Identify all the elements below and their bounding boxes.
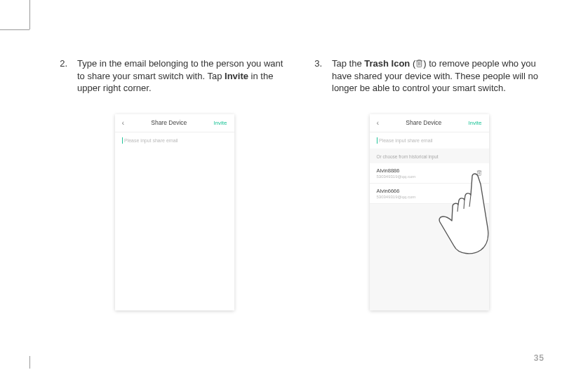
contact-name: Alvin8886: [377, 167, 416, 174]
phone-screenshot-2: ‹ Share Device Invite Please input share…: [370, 114, 489, 310]
column-right: 3. Tap the Trash Icon () to remove peopl…: [312, 57, 546, 310]
step3-text-mid: (: [410, 58, 415, 69]
email-placeholder: Please input share email: [379, 138, 433, 143]
step-text: Tap the Trash Icon () to remove people w…: [332, 57, 546, 95]
contact-row: Alvin8886 530349319@qq.com: [370, 163, 489, 184]
step2-bold: Invite: [225, 71, 248, 81]
back-icon[interactable]: ‹: [122, 118, 125, 127]
contact-email: 530349319@qq.com: [377, 174, 416, 179]
column-left: 2. Type in the email belonging to the pe…: [58, 57, 291, 310]
step-text: Type in the email belonging to the perso…: [77, 57, 291, 95]
invite-button[interactable]: Invite: [213, 120, 227, 126]
step3-bold: Trash Icon: [364, 58, 410, 69]
back-icon[interactable]: ‹: [377, 118, 380, 127]
contact-email: 530349319@qq.com: [377, 195, 416, 199]
choose-historical-label: Or choose from historical input: [370, 149, 489, 163]
page-number: 35: [534, 353, 544, 363]
trash-icon[interactable]: [476, 190, 482, 196]
step-number: 3.: [312, 57, 322, 95]
step-number: 2.: [58, 57, 67, 95]
phone2-header: ‹ Share Device Invite: [370, 114, 489, 132]
cursor-icon: [122, 137, 123, 144]
phone-screenshot-1: ‹ Share Device Invite Please input share…: [115, 114, 234, 310]
cursor-icon: [377, 137, 378, 144]
phone1-header: ‹ Share Device Invite: [115, 114, 234, 132]
trash-icon: [415, 59, 423, 67]
email-placeholder: Please input share email: [124, 138, 178, 143]
step3-text-before: Tap the: [332, 58, 364, 69]
page-content: 2. Type in the email belonging to the pe…: [0, 0, 588, 338]
phone2-title: Share Device: [406, 119, 441, 126]
contact-name: Alvin6666: [377, 188, 416, 194]
invite-button[interactable]: Invite: [468, 120, 481, 126]
email-input-row[interactable]: Please input share email: [370, 132, 489, 149]
email-input-row[interactable]: Please input share email: [115, 132, 234, 149]
phone1-title: Share Device: [151, 119, 187, 126]
step-3: 3. Tap the Trash Icon () to remove peopl…: [312, 57, 546, 95]
step-2: 2. Type in the email belonging to the pe…: [58, 57, 291, 95]
trash-icon[interactable]: [476, 170, 482, 176]
contact-row: Alvin6666 530349319@qq.com: [370, 184, 489, 204]
